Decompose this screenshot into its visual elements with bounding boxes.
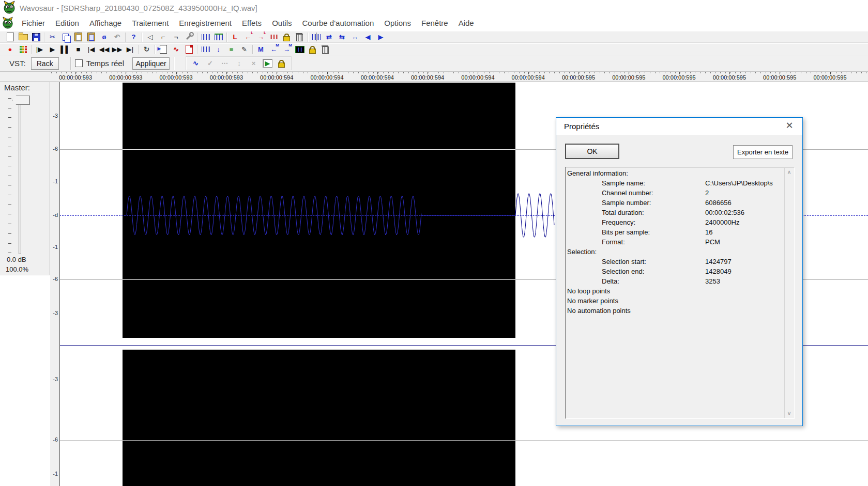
master-slider-thumb[interactable] <box>12 96 30 105</box>
zoom-in-icon[interactable]: ⇄ <box>324 32 334 42</box>
menu-fichier[interactable]: Fichier <box>17 17 50 29</box>
undo-icon[interactable]: ↶ <box>112 32 123 42</box>
ok-button[interactable]: OK <box>565 144 619 159</box>
marker-icon[interactable]: M <box>255 44 266 54</box>
paste-new-window-icon[interactable] <box>86 32 97 42</box>
property-row[interactable]: Format:PCM <box>566 238 794 248</box>
cut-icon[interactable]: ✂ <box>47 32 58 42</box>
dialog-title-bar[interactable]: Propriétés ✕ <box>556 118 802 135</box>
export-text-button[interactable]: Exporter en texte <box>733 145 793 159</box>
property-row[interactable]: No marker points <box>566 297 794 307</box>
new-file-icon[interactable] <box>5 32 16 42</box>
waveform-snap-icon[interactable] <box>213 32 224 42</box>
selection-region-channel-2[interactable] <box>123 350 515 486</box>
automation-curve-icon[interactable]: ∿ <box>190 58 201 68</box>
record-icon[interactable]: ● <box>5 44 16 54</box>
fast-forward-icon[interactable]: ▶▶ <box>112 44 123 54</box>
wrench-settings-icon[interactable] <box>184 32 194 42</box>
property-row[interactable]: Selection: <box>566 248 794 258</box>
property-row[interactable]: No automation points <box>566 307 794 317</box>
zoom-out-icon[interactable]: ⇆ <box>337 32 347 42</box>
save-file-icon[interactable] <box>31 32 41 42</box>
paste-icon[interactable] <box>73 32 84 42</box>
scroll-down-icon[interactable]: ∨ <box>785 409 794 418</box>
menu-traitement[interactable]: Traitement <box>127 17 174 29</box>
menu-fen-tre[interactable]: Fenêtre <box>416 17 453 29</box>
close-icon[interactable]: ✕ <box>783 120 796 131</box>
property-row[interactable]: Delta:3253 <box>566 277 794 287</box>
zoom-fit-icon[interactable]: ↔ <box>349 32 360 42</box>
selection-region-channel-1[interactable] <box>123 83 515 338</box>
monitor-meter-icon[interactable] <box>18 44 28 54</box>
realtime-checkbox[interactable] <box>75 59 83 67</box>
pencil-edit-icon[interactable]: ✎ <box>239 44 250 54</box>
selection-expand-icon[interactable] <box>268 32 279 42</box>
property-row[interactable]: No loop points <box>566 287 794 297</box>
automation-lock-icon[interactable] <box>276 58 287 68</box>
view-next-icon[interactable]: ▶ <box>375 32 386 42</box>
go-to-end-icon[interactable]: ▶| <box>125 44 135 54</box>
midi-routing-icon[interactable]: ¬ <box>171 32 181 42</box>
property-row[interactable]: Bits per sample:16 <box>566 228 794 238</box>
marker-previous-icon[interactable]: ←M <box>268 44 279 54</box>
view-previous-icon[interactable]: ◀ <box>362 32 373 42</box>
property-row[interactable]: Channel number:2 <box>566 189 794 199</box>
automation-apply-icon[interactable]: ✓ <box>205 58 216 68</box>
mix-paste-icon[interactable]: ø <box>99 32 110 42</box>
selection-start-icon[interactable]: ←L <box>242 32 253 42</box>
copy-icon[interactable] <box>60 32 71 42</box>
property-row[interactable]: General information: <box>566 169 794 179</box>
marker-next-icon[interactable]: →M <box>281 44 292 54</box>
export-region-icon[interactable] <box>184 44 194 54</box>
property-row[interactable]: Selection start:1424797 <box>566 258 794 268</box>
property-row[interactable]: Total duration:00:00:02:536 <box>566 209 794 218</box>
menu-edition[interactable]: Edition <box>50 17 84 29</box>
fade-icon[interactable]: ↓ <box>213 44 224 54</box>
loop-point-icon[interactable]: L <box>230 32 240 42</box>
delete-selection-icon[interactable] <box>294 32 305 42</box>
menu-aide[interactable]: Aide <box>453 17 479 29</box>
insert-file-icon[interactable] <box>158 44 169 54</box>
menu-outils[interactable]: Outils <box>267 17 297 29</box>
open-file-icon[interactable] <box>18 32 28 42</box>
automation-play-icon[interactable]: ▶ <box>263 59 272 68</box>
menu-courbe-d-automation[interactable]: Courbe d'automation <box>297 17 379 29</box>
zoom-selection-icon[interactable] <box>311 32 322 42</box>
realtime-checkbox-label[interactable]: Temps réel <box>86 59 124 68</box>
property-row[interactable]: Frequency:2400000Hz <box>566 218 794 228</box>
waveform-view-icon[interactable] <box>200 32 211 42</box>
menu-effets[interactable]: Effets <box>237 17 267 29</box>
menu-enregistrement[interactable]: Enregistrement <box>174 17 237 29</box>
vst-rack-button[interactable]: Rack <box>31 57 59 70</box>
go-to-start-icon[interactable]: |◀ <box>86 44 97 54</box>
resample-icon[interactable] <box>200 44 211 54</box>
stop-icon[interactable]: ■ <box>73 44 84 54</box>
audio-routing-icon[interactable]: ⌐ <box>158 32 169 42</box>
automation-points-icon[interactable]: ⋯ <box>219 58 230 68</box>
batch-processor-icon[interactable]: ≡ <box>226 44 237 54</box>
timeline-ruler[interactable]: 00:00:00:59300:00:00:59300:00:00:59300:0… <box>0 72 868 82</box>
lock-selection-icon[interactable] <box>281 32 292 42</box>
menu-options[interactable]: Options <box>379 17 416 29</box>
lock-markers-icon[interactable] <box>307 44 318 54</box>
property-row[interactable]: Sample name:C:\Users\JP\Desktop\s <box>566 179 794 189</box>
rewind-icon[interactable]: ◀◀ <box>99 44 110 54</box>
automation-clear-icon[interactable]: × <box>248 58 259 68</box>
property-row[interactable]: Sample number:6086656 <box>566 199 794 209</box>
selection-end-icon[interactable]: →L <box>255 32 266 42</box>
menu-affichage[interactable]: Affichage <box>84 17 127 29</box>
apply-button[interactable]: Appliquer <box>132 57 170 70</box>
scroll-up-icon[interactable]: ∧ <box>785 168 794 177</box>
statistics-icon[interactable]: ∿ <box>171 44 181 54</box>
automation-fit-icon[interactable]: ↕ <box>234 58 245 68</box>
loop-playback-icon[interactable]: ↻ <box>141 44 152 54</box>
master-slider-groove[interactable] <box>19 98 21 254</box>
help-icon[interactable]: ? <box>128 32 139 42</box>
pause-icon[interactable]: ▌▌ <box>60 44 71 54</box>
play-icon[interactable]: ▶ <box>47 44 58 54</box>
play-from-cursor-icon[interactable]: |▶ <box>34 44 45 54</box>
delete-markers-icon[interactable] <box>320 44 331 54</box>
property-row[interactable]: Selection end:1428049 <box>566 268 794 277</box>
marker-region-icon[interactable] <box>294 44 305 54</box>
speaker-config-icon[interactable]: ◁ <box>145 32 156 42</box>
